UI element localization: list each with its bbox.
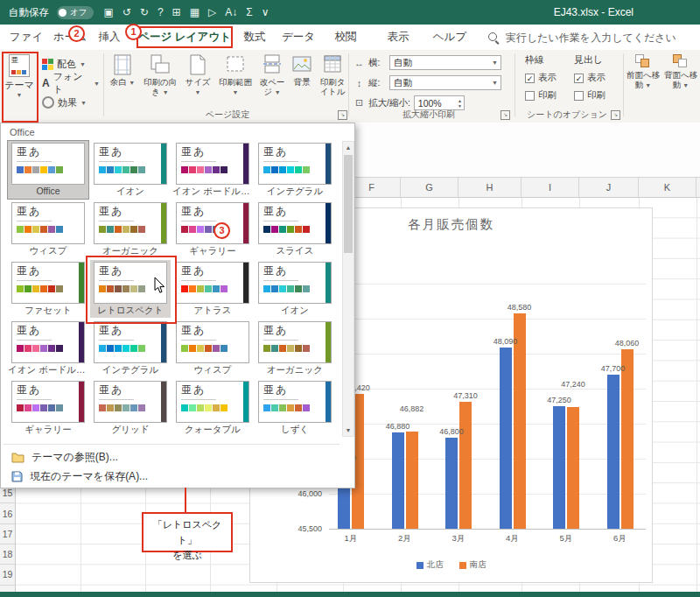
headings-print-option[interactable]: 印刷	[574, 89, 620, 102]
scroll-down-button[interactable]: ▼	[343, 425, 354, 436]
gridlines-print-checkbox[interactable]	[525, 91, 535, 101]
theme-item-ファセット[interactable]: 亜あファセット	[8, 260, 88, 318]
browse-themes-icon	[11, 452, 24, 463]
background-icon	[290, 53, 313, 75]
theme-item-しずく[interactable]: 亜あしずく	[255, 379, 335, 437]
page-break-button[interactable]: 改ページ ▼	[257, 53, 287, 117]
column-header-K[interactable]: K	[639, 178, 696, 197]
theme-item-イオン[interactable]: 亜あイオン	[90, 141, 171, 199]
tab-数式[interactable]: 数式	[240, 29, 270, 46]
column-header-J[interactable]: J	[579, 178, 639, 197]
print-area-button[interactable]: 印刷範囲 ▼	[215, 53, 256, 117]
send-backward-button[interactable]: 背面へ移動 ▼	[662, 54, 699, 90]
autosave-toggle[interactable]: オフ	[57, 6, 94, 19]
window-bottom-edge	[0, 592, 700, 597]
run-icon[interactable]: ▷	[206, 6, 218, 18]
theme-thumbnail: 亜あ	[11, 381, 85, 423]
column-header-H[interactable]: H	[458, 178, 522, 197]
theme-item-アトラス[interactable]: 亜あアトラス	[172, 260, 253, 318]
page-size-button[interactable]: サイズ ▼	[182, 53, 214, 117]
width-combo[interactable]: 自動▼	[389, 55, 501, 70]
group-divider	[348, 53, 349, 116]
theme-item-インテグラル[interactable]: 亜あインテグラル	[255, 141, 335, 199]
scroll-up-button[interactable]: ▲	[343, 142, 354, 153]
x-axis-label: 5月	[547, 533, 585, 544]
theme-item-ウィスプ[interactable]: 亜あウィスプ	[172, 320, 253, 377]
column-header-G[interactable]: G	[401, 178, 458, 197]
orientation-button[interactable]: 印刷の向き ▼	[140, 53, 180, 117]
effects-button[interactable]: 効果▼	[42, 94, 100, 111]
theme-item-クォータブル[interactable]: 亜あクォータブル	[172, 379, 253, 437]
row-header-16[interactable]: 16	[0, 504, 15, 524]
margins-button[interactable]: 余白 ▼	[107, 53, 138, 117]
orientation-icon	[149, 53, 172, 75]
search-icon[interactable]	[488, 32, 497, 41]
print-titles-button[interactable]: 印刷タイトル	[317, 53, 348, 117]
data-label: 47,240	[554, 380, 592, 389]
headings-view-option[interactable]: ✓ 表示	[574, 72, 620, 84]
row-header-17[interactable]: 17	[0, 524, 15, 544]
theme-name: グリッド	[90, 424, 171, 436]
theme-item-ギャラリー[interactable]: 亜あギャラリー	[172, 200, 253, 258]
theme-item-スライス[interactable]: 亜あスライス	[255, 200, 335, 258]
tell-me-search[interactable]: 実行したい作業を入力してください	[506, 31, 676, 46]
bring-forward-button[interactable]: 前面へ移動 ▼	[625, 54, 662, 90]
save-icon[interactable]: ▣	[102, 6, 115, 18]
height-combo[interactable]: 自動▼	[389, 75, 501, 90]
scrollbar-thumb[interactable]	[344, 155, 353, 253]
theme-name: イオン ボードルーム	[172, 186, 253, 198]
theme-item-イオン[interactable]: 亜あイオン	[255, 260, 335, 318]
column-header-I[interactable]: I	[522, 178, 579, 197]
tab-挿入[interactable]: 挿入	[94, 29, 124, 46]
tab-データ[interactable]: データ	[278, 29, 318, 46]
grid-icon[interactable]: ⊞	[171, 6, 183, 18]
page-setup-dialog-launcher[interactable]: ↘	[338, 110, 347, 120]
headings-view-checkbox[interactable]: ✓	[574, 74, 584, 83]
sort-icon[interactable]: A↓	[223, 6, 239, 18]
customize-quick-access-icon[interactable]: ∨	[260, 6, 271, 18]
theme-item-Office[interactable]: 亜あOffice	[8, 141, 88, 199]
theme-item-イオン ボードルーム[interactable]: 亜あイオン ボードルーム	[8, 320, 88, 377]
chart-gridline	[329, 494, 646, 495]
gridlines-print-option[interactable]: 印刷	[525, 89, 570, 102]
undo-icon[interactable]: ↺	[121, 6, 133, 18]
tab-ページ レイアウト[interactable]: ページ レイアウト	[136, 26, 233, 48]
chart-gridline	[329, 529, 646, 530]
gridlines-view-checkbox[interactable]: ✓	[525, 74, 535, 83]
theme-item-イオン ボードルーム[interactable]: 亜あイオン ボードルーム	[172, 141, 253, 199]
theme-item-オーガニック[interactable]: 亜あオーガニック	[90, 200, 171, 258]
tab-表示[interactable]: 表示	[383, 29, 413, 46]
tab-校閲[interactable]: 校閲	[331, 29, 360, 46]
browse-themes-menu-item[interactable]: テーマの参照(B)...	[1, 448, 339, 467]
theme-item-インテグラル[interactable]: 亜あインテグラル	[90, 320, 171, 377]
gridlines-view-option[interactable]: ✓ 表示	[525, 72, 570, 84]
save-current-theme-menu-item[interactable]: 現在のテーマを保存(A)...	[1, 467, 339, 486]
fonts-button[interactable]: A フォント▼	[42, 74, 100, 92]
background-button[interactable]: 背景	[289, 53, 315, 117]
theme-item-グリッド[interactable]: 亜あグリッド	[90, 379, 171, 437]
help-icon[interactable]: ?	[156, 6, 165, 18]
theme-item-ウィスプ[interactable]: 亜あウィスプ	[8, 200, 88, 258]
table-icon[interactable]: ▦	[188, 6, 201, 18]
chart-bar	[459, 402, 472, 529]
fonts-icon: A	[42, 77, 50, 89]
autosum-icon[interactable]: Σ	[244, 6, 254, 18]
gridlines-title: 枠線	[525, 53, 570, 67]
row-header-19[interactable]: 19	[0, 565, 15, 585]
themes-button[interactable]: 亜 テーマ ▼	[4, 53, 35, 118]
headings-print-checkbox[interactable]	[574, 91, 584, 101]
theme-item-オーガニック[interactable]: 亜あオーガニック	[255, 320, 335, 377]
redo-icon[interactable]: ↻	[138, 6, 150, 18]
tab-ファイル[interactable]: ファイル	[7, 29, 46, 46]
x-axis-label: 2月	[386, 533, 424, 544]
chart-legend: 北店南店	[250, 559, 652, 571]
annotation-step-2: 2	[68, 25, 85, 42]
themes-icon: 亜	[9, 54, 30, 77]
data-label: 46,800	[432, 427, 471, 436]
row-header-18[interactable]: 18	[0, 544, 15, 565]
sheet-options-dialog-launcher[interactable]: ↘	[611, 110, 620, 120]
scale-dialog-launcher[interactable]: ↘	[500, 110, 510, 120]
theme-item-ギャラリー[interactable]: 亜あギャラリー	[8, 379, 88, 437]
tab-ヘルプ[interactable]: ヘルプ	[430, 29, 469, 46]
themes-scrollbar[interactable]: ▲ ▼	[342, 141, 354, 437]
